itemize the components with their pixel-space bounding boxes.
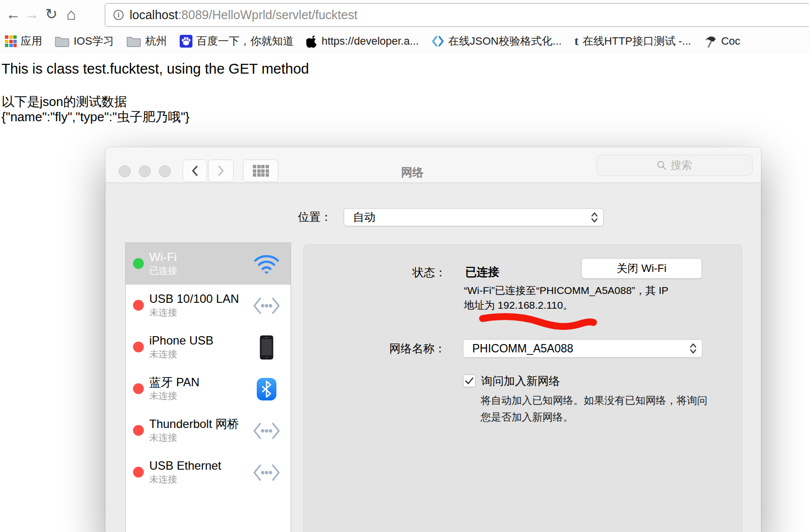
- interface-name: USB 10/100 LAN: [149, 292, 239, 305]
- bookmark-cocoa[interactable]: Coc: [704, 35, 740, 48]
- ask-join-label[interactable]: 询问加入新网络: [481, 374, 560, 388]
- location-value: 自动: [353, 210, 589, 225]
- bookmark-apps[interactable]: 应用: [5, 34, 42, 49]
- show-all-button[interactable]: [243, 160, 278, 182]
- tumblr-t-icon: t: [574, 35, 579, 47]
- network-name-value: PHICOMM_A5A088: [472, 342, 688, 355]
- page-json-caption: 以下是json的测试数据: [1, 93, 127, 110]
- interface-status: 已连接: [149, 266, 177, 276]
- bookmark-label: 杭州: [145, 34, 167, 49]
- bookmark-label: Coc: [721, 35, 740, 48]
- interface-status: 未连接: [149, 307, 177, 318]
- bookmarks-bar: 应用 IOS学习 杭州 百度一下，你就知道 https://developer.…: [0, 28, 809, 54]
- site-info-icon[interactable]: i: [113, 10, 124, 20]
- folder-icon: [55, 35, 70, 47]
- baidu-paw-icon: [180, 35, 192, 48]
- network-name-select[interactable]: PHICOMM_A5A088: [463, 339, 702, 358]
- window-titlebar[interactable]: 网络 搜索: [106, 147, 761, 183]
- detail-panel: 状态： 已连接 关闭 Wi-Fi “Wi-Fi”已连接至“PHICOMM_A5A…: [303, 244, 742, 532]
- red-underline-annotation: [477, 312, 598, 332]
- status-dot-red: [133, 383, 144, 394]
- status-dot-red: [133, 425, 144, 436]
- forward-button[interactable]: [208, 160, 234, 182]
- status-description: “Wi-Fi”已连接至“PHICOMM_A5A088”，其 IP 地址为 192…: [464, 283, 680, 313]
- window-title: 网络: [363, 165, 461, 180]
- reload-icon[interactable]: ↻: [45, 6, 57, 23]
- stepper-chevrons-icon: [688, 342, 699, 355]
- interface-status: 未连接: [149, 349, 177, 359]
- interface-name: 蓝牙 PAN: [149, 375, 199, 389]
- sidebar-item-iphone-usb[interactable]: iPhone USB 未连接: [126, 326, 291, 368]
- interface-name: Wi-Fi: [149, 250, 177, 264]
- json-brackets-icon: [431, 35, 444, 47]
- browser-toolbar: ← → ↻ ⌂ i localhost:8089/HelloWprld/serv…: [0, 0, 809, 28]
- zoom-window-button[interactable]: [159, 165, 171, 177]
- minimize-window-button[interactable]: [139, 165, 151, 177]
- ethernet-icon: [252, 462, 281, 483]
- status-desc-line2: 地址为 192.168.2.110。: [464, 299, 573, 311]
- stepper-chevrons-icon: [589, 211, 600, 224]
- chevron-right-icon: [217, 165, 225, 177]
- search-field[interactable]: 搜索: [596, 155, 753, 176]
- interface-status: 未连接: [149, 391, 177, 401]
- bookmark-label: IOS学习: [74, 34, 114, 49]
- interface-name: iPhone USB: [149, 334, 214, 347]
- page-title-text: This is class test.fucktest, using the G…: [1, 61, 309, 77]
- show-all-grid-icon: [253, 165, 269, 177]
- sidebar-item-bluetooth-pan[interactable]: 蓝牙 PAN 未连接: [126, 368, 291, 410]
- search-icon: [657, 160, 667, 170]
- bluetooth-icon: [256, 377, 277, 401]
- location-select[interactable]: 自动: [344, 208, 604, 226]
- hammer-icon: [704, 35, 717, 48]
- interface-status: 未连接: [149, 474, 177, 484]
- bookmark-label: 在线HTTP接口测试 -...: [583, 34, 691, 49]
- url-path: :8089/HelloWprld/servlet/fucktest: [178, 8, 357, 22]
- close-window-button[interactable]: [119, 165, 131, 177]
- url-host: localhost: [130, 8, 178, 22]
- bookmark-label: 百度一下，你就知道: [196, 34, 294, 49]
- url-bar[interactable]: i localhost:8089/HelloWprld/servlet/fuck…: [105, 3, 809, 27]
- forward-icon[interactable]: →: [25, 6, 39, 23]
- apps-grid-icon: [5, 35, 17, 47]
- sidebar-item-usb-lan[interactable]: USB 10/100 LAN 未连接: [126, 285, 291, 326]
- interface-status: 未连接: [149, 432, 177, 443]
- interface-name: USB Ethernet: [149, 459, 221, 472]
- iphone-icon: [260, 335, 273, 360]
- sidebar-item-usb-ethernet[interactable]: USB Ethernet 未连接: [126, 452, 291, 493]
- apple-icon: [306, 35, 318, 48]
- network-preferences-window: 网络 搜索 位置： 自动 Wi-Fi 已连接: [106, 147, 761, 532]
- ethernet-icon: [252, 295, 281, 316]
- ask-join-checkbox[interactable]: [463, 374, 476, 387]
- back-button[interactable]: [183, 160, 207, 182]
- bookmark-label: https://developer.a...: [322, 35, 419, 48]
- search-placeholder: 搜索: [671, 158, 692, 173]
- back-icon[interactable]: ←: [6, 6, 21, 23]
- folder-icon: [127, 35, 141, 47]
- home-icon[interactable]: ⌂: [66, 6, 76, 23]
- ask-join-desc-line2: 您是否加入新网络。: [481, 411, 573, 423]
- bookmark-http-test[interactable]: t 在线HTTP接口测试 -...: [574, 34, 691, 49]
- bookmark-baidu[interactable]: 百度一下，你就知道: [180, 34, 294, 49]
- ask-join-description: 将自动加入已知网络。如果没有已知网络，将询问 您是否加入新网络。: [481, 392, 711, 426]
- sidebar-item-thunderbolt-bridge[interactable]: Thunderbolt 网桥 未连接: [126, 410, 291, 452]
- sidebar-item-wifi[interactable]: Wi-Fi 已连接: [126, 243, 291, 285]
- bookmark-json-validator[interactable]: 在线JSON校验格式化...: [431, 34, 562, 49]
- location-label: 位置：: [253, 208, 332, 226]
- interface-list: Wi-Fi 已连接 USB 10/100 LAN 未连接 iPhone USB …: [125, 242, 291, 532]
- status-dot-red: [133, 300, 144, 311]
- status-dot-green: [133, 258, 144, 269]
- network-name-label: 网络名称：: [304, 339, 446, 358]
- status-value: 已连接: [465, 265, 499, 280]
- status-dot-red: [133, 467, 144, 478]
- turn-off-wifi-button[interactable]: 关闭 Wi-Fi: [581, 258, 702, 279]
- interface-name: Thunderbolt 网桥: [149, 417, 239, 430]
- url-text: localhost:8089/HelloWprld/servlet/fuckte…: [130, 8, 357, 22]
- bookmark-ios-study[interactable]: IOS学习: [55, 34, 114, 49]
- bookmark-label: 在线JSON校验格式化...: [448, 34, 562, 49]
- bookmark-apple-developer[interactable]: https://developer.a...: [306, 35, 419, 48]
- wifi-icon: [254, 254, 279, 274]
- page-json-data: {"name":"fly","type":"虫子肥乃哦"}: [1, 108, 189, 126]
- status-label: 状态：: [304, 265, 446, 280]
- ethernet-icon: [252, 421, 281, 441]
- bookmark-hangzhou[interactable]: 杭州: [127, 34, 167, 49]
